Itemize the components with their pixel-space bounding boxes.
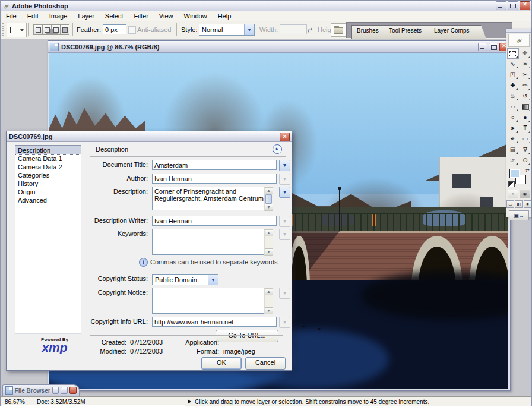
default-colors-icon[interactable] [508, 181, 515, 187]
menu-image[interactable]: Image [44, 12, 73, 20]
eyedropper-tool[interactable]: ∇ [520, 144, 531, 155]
gradient-tool[interactable] [520, 102, 531, 112]
keywords-dropdown-button[interactable] [279, 229, 290, 240]
clone-stamp-tool[interactable]: ♨ [507, 91, 519, 102]
standard-mode-button[interactable]: ○ [508, 190, 518, 198]
copyright-status-dropdown-icon [208, 275, 218, 285]
copyright-notice-dropdown-button[interactable] [279, 288, 290, 299]
healing-brush-tool[interactable]: ✚ [507, 80, 519, 91]
options-grip[interactable] [2, 23, 5, 36]
lasso-tool[interactable]: ∿ [507, 59, 519, 70]
panel-menu-button[interactable] [273, 144, 282, 154]
feather-input[interactable] [103, 24, 126, 34]
dialog-title-bar[interactable]: DSC00769.jpg [7, 131, 292, 142]
move-tool[interactable]: ✜ [520, 48, 531, 59]
doc-restore-button[interactable] [489, 43, 498, 51]
menu-edit[interactable]: Edit [22, 12, 44, 20]
description-writer-dropdown-button[interactable] [279, 216, 290, 227]
menu-select[interactable]: Select [100, 12, 129, 20]
doc-minimize-button[interactable] [478, 43, 487, 51]
fullscreen-button[interactable]: ■ [524, 200, 531, 208]
dodge-tool[interactable]: ● [520, 112, 531, 123]
keywords-textarea[interactable] [152, 229, 273, 255]
created-value: 07/12/2003 [130, 339, 163, 346]
zoom-tool[interactable]: ⊙ [520, 155, 531, 166]
keywords-scrollbar[interactable] [264, 229, 273, 256]
notes-icon: ▤ [510, 147, 515, 153]
crop-tool[interactable]: ◰ [507, 70, 519, 80]
menu-window[interactable]: Window [179, 12, 213, 20]
fullscreen-menubar-button[interactable]: ◧ [515, 200, 522, 208]
copyright-info-url-dropdown-button[interactable] [279, 317, 290, 328]
menu-layer[interactable]: Layer [72, 12, 100, 20]
file-browser-minimize-button[interactable] [52, 387, 59, 394]
current-tool-button[interactable] [7, 23, 27, 37]
app-title-bar[interactable]: ❧ Adobe Photoshop [1, 1, 531, 12]
file-browser-restore-button[interactable] [61, 387, 68, 394]
magic-wand-tool[interactable]: ✶ [520, 59, 531, 70]
author-dropdown-button[interactable] [279, 174, 290, 185]
brush-tool[interactable]: ✏ [520, 80, 531, 91]
antialiased-checkbox[interactable] [128, 26, 136, 34]
new-selection-button[interactable] [33, 24, 43, 35]
section-description[interactable]: Description [15, 146, 81, 154]
description-scrollbar[interactable] [264, 187, 273, 211]
goto-url-button[interactable]: Go To URL... [216, 330, 278, 342]
path-selection-tool[interactable]: ➤ [507, 123, 519, 134]
copyright-notice-scrollbar[interactable] [264, 288, 273, 314]
ok-button[interactable]: OK [201, 357, 242, 370]
menu-help[interactable]: Help [213, 12, 237, 20]
description-dropdown-button[interactable] [279, 187, 290, 198]
zoom-level-field[interactable]: 86.67% [2, 398, 35, 406]
shape-tool[interactable]: ▭ [520, 134, 531, 144]
document-title-input[interactable] [152, 160, 277, 170]
intersect-selection-button[interactable] [60, 24, 69, 35]
quick-mask-mode-button[interactable]: ◉ [520, 190, 530, 198]
slice-icon: ✂ [522, 72, 527, 78]
format-value: image/jpeg [223, 348, 255, 355]
author-input[interactable] [152, 174, 277, 184]
swap-colors-icon[interactable]: ⇄ [525, 168, 530, 173]
hand-tool[interactable]: ☞ [507, 155, 519, 166]
edit-in-imageready-button[interactable]: ▣→ [509, 210, 529, 220]
imageready-icon: ▣→ [514, 213, 524, 219]
notes-tool[interactable]: ▤ [507, 144, 519, 155]
close-button[interactable] [520, 1, 530, 10]
dialog-close-button[interactable] [280, 133, 290, 141]
pen-tool[interactable]: ✒ [507, 134, 519, 144]
eraser-tool[interactable]: ▱ [507, 102, 519, 112]
copyright-notice-textarea[interactable] [152, 288, 273, 314]
standard-screen-button[interactable]: ▭ [506, 200, 514, 208]
foreground-color-swatch[interactable] [509, 169, 520, 178]
add-to-selection-button[interactable] [42, 24, 52, 35]
maximize-button[interactable] [508, 1, 518, 10]
history-brush-tool[interactable]: ↺ [520, 91, 531, 102]
menu-file[interactable]: File [1, 12, 22, 20]
description-textarea[interactable]: Corner of Prinsengracht and Reguliersgra… [152, 187, 273, 210]
file-browser-minimized[interactable]: File Browser [2, 384, 80, 396]
slice-tool[interactable]: ✂ [520, 70, 531, 80]
width-input[interactable] [280, 24, 307, 34]
swap-dimensions-icon[interactable]: ⇄ [307, 26, 312, 34]
type-tool[interactable]: T [520, 123, 531, 134]
minimize-button[interactable] [496, 1, 506, 10]
copyright-status-select[interactable]: Public Domain [152, 274, 218, 285]
copyright-info-url-input[interactable] [152, 317, 277, 327]
blur-tool[interactable]: ○ [507, 112, 519, 123]
style-select[interactable]: Normal [199, 24, 255, 36]
menu-view[interactable]: View [154, 12, 179, 20]
file-browser-toggle-button[interactable] [331, 23, 346, 37]
cancel-button[interactable]: Cancel [245, 357, 286, 370]
menu-filter[interactable]: Filter [128, 12, 153, 20]
rectangular-marquee-tool[interactable] [507, 48, 519, 59]
hand-icon: ☞ [510, 157, 515, 163]
adobe-online-button[interactable]: ❧ [508, 34, 530, 47]
doc-size-indicator[interactable]: Doc: 3.52M/3.52M [34, 398, 186, 406]
document-title-bar[interactable]: DSC00769.jpg @ 86.7% (RGB/8) [48, 41, 510, 53]
document-title-dropdown-button[interactable] [279, 160, 290, 171]
modified-label: Modified: [84, 348, 126, 355]
toolbox-grip[interactable] [506, 29, 531, 33]
description-writer-input[interactable] [152, 216, 277, 226]
file-browser-close-button[interactable] [69, 387, 77, 394]
subtract-from-selection-button[interactable] [51, 24, 61, 35]
